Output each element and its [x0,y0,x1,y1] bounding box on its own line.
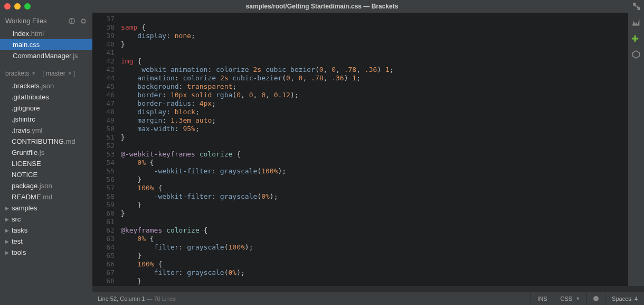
folder-item[interactable]: ▶test [0,236,92,247]
code-area[interactable]: samp { display: none;} img { -webkit-ani… [119,13,628,286]
file-item[interactable]: .travis.yml [0,125,92,136]
insert-mode-indicator[interactable]: INS [531,292,553,305]
file-item[interactable]: CONTRIBUTING.md [0,136,92,147]
chevron-right-icon: ▶ [5,217,10,222]
sidebar: Working Files index.htmlmain.cssCommandM… [0,13,92,305]
titlebar: samples/root/Getting Started/main.css — … [0,0,644,13]
chevron-down-icon: ▼ [575,296,580,301]
close-window-button[interactable] [4,3,11,10]
folder-item[interactable]: ▶src [0,214,92,225]
chevron-right-icon: ▶ [5,206,10,211]
plugin-icon[interactable] [631,50,641,59]
file-item[interactable]: .jshintrc [0,114,92,125]
project-header[interactable]: brackets ▼ [ master ▼ ] [0,61,92,80]
file-item[interactable]: .gitattributes [0,91,92,103]
zoom-window-button[interactable] [24,3,31,10]
extension-manager-icon[interactable] [631,34,641,43]
folder-item[interactable]: ▶samples [0,202,92,214]
expand-icon[interactable] [632,2,641,11]
file-item[interactable]: README.md [0,191,92,202]
working-files-header: Working Files [0,13,92,28]
window-controls [4,3,31,10]
language-mode[interactable]: CSS▼ [554,292,587,305]
file-item[interactable]: NOTICE [0,169,92,180]
right-toolbar [628,13,644,286]
working-file-item[interactable]: CommandManager.js [0,50,92,61]
cursor-position[interactable]: Line 52, Column 1 [98,295,145,302]
file-item[interactable]: .brackets.json [0,80,92,91]
working-file-item[interactable]: index.html [0,28,92,39]
gear-icon[interactable] [80,17,87,25]
split-view-icon[interactable] [68,17,75,25]
line-number-gutter: 3738394041424344454647484950515253545556… [92,13,119,286]
status-sep: — [145,295,154,302]
minimize-window-button[interactable] [14,3,21,10]
file-item[interactable]: Gruntfile.js [0,147,92,158]
chevron-right-icon: ▶ [5,239,10,244]
folder-item[interactable]: ▶tools [0,247,92,258]
chevron-right-icon: ▶ [5,250,10,255]
live-preview-icon[interactable] [631,18,641,27]
line-count: 70 Lines [154,295,176,302]
chevron-down-icon: ▼ [31,71,36,76]
file-item[interactable]: package.json [0,180,92,191]
chevron-right-icon: ▶ [5,228,10,233]
lint-status[interactable] [586,292,605,305]
branch-label: [ master [42,70,65,77]
horizontal-scrollbar[interactable] [92,286,644,292]
working-file-item[interactable]: main.css [0,39,92,50]
folder-item[interactable]: ▶tasks [0,225,92,236]
status-circle-icon [593,296,599,301]
branch-close: ] [73,70,75,77]
window-title: samples/root/Getting Started/main.css — … [0,3,644,10]
indent-setting[interactable]: Spaces: 4 [605,292,644,305]
editor: 3738394041424344454647484950515253545556… [92,13,644,305]
chevron-down-icon: ▼ [68,71,72,76]
file-item[interactable]: .gitignore [0,103,92,114]
statusbar: Line 52, Column 1 — 70 Lines INS CSS▼ Sp… [92,292,644,305]
working-files-label: Working Files [5,17,47,25]
file-item[interactable]: LICENSE [0,158,92,169]
project-name: brackets [5,70,29,77]
